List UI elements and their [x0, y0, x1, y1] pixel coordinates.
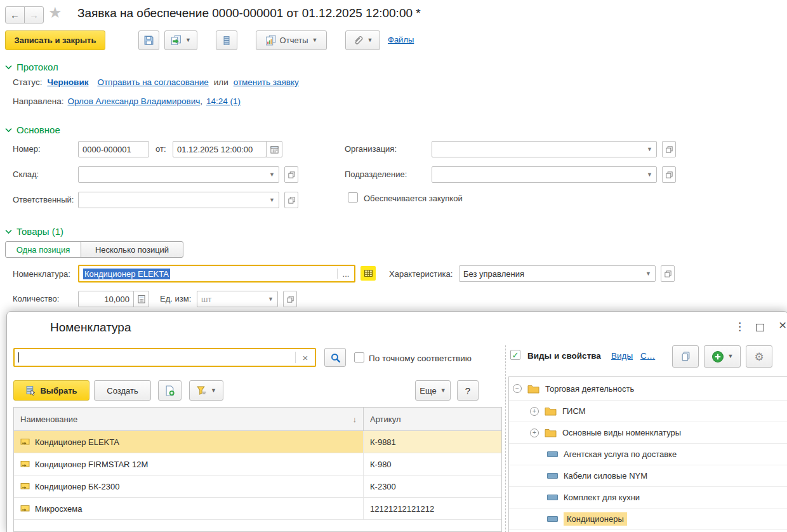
nomenclature-ellipsis-button[interactable]: ...: [338, 269, 354, 279]
more-button[interactable]: Еще ▼: [415, 380, 451, 401]
properties-link[interactable]: С…: [640, 351, 655, 361]
expand-node-icon[interactable]: +: [530, 407, 539, 416]
tree-row[interactable]: Агентская услуга по доставке: [509, 444, 787, 465]
unit-open-button[interactable]: [283, 291, 297, 307]
tree-row[interactable]: +Основные виды номенклатуры: [509, 422, 787, 444]
organization-field[interactable]: ▼: [432, 141, 657, 157]
open-form-icon: [664, 270, 672, 278]
nav-forward-button[interactable]: →: [24, 6, 44, 23]
reports-button[interactable]: Отчеты ▼: [256, 30, 327, 50]
section-main[interactable]: Основное: [5, 124, 60, 135]
dialog-menu-dots-icon[interactable]: ⋮: [734, 320, 745, 333]
open-form-icon: [665, 145, 673, 154]
table-row[interactable]: Кондиционер ELEKTAК-9881: [14, 431, 501, 453]
attachments-button[interactable]: ▼: [345, 30, 380, 50]
warehouse-open-button[interactable]: [284, 166, 298, 183]
tree-row[interactable]: Кондиционеры: [509, 509, 787, 530]
tree-label: Кабели силовые NYM: [564, 471, 647, 481]
show-in-list-button[interactable]: [360, 266, 376, 281]
dialog-maximize-button[interactable]: [756, 324, 764, 331]
save-button[interactable]: [138, 30, 159, 50]
division-field[interactable]: ▼: [432, 166, 657, 183]
tree-row[interactable]: Кабели силовые NYM: [509, 465, 787, 487]
types-checkbox[interactable]: ✓: [510, 350, 520, 360]
item-type-icon: [547, 473, 558, 479]
responsible-field[interactable]: ▼: [78, 192, 279, 208]
panel-splitter[interactable]: [505, 345, 506, 532]
column-header-sku[interactable]: Артикул: [363, 408, 501, 430]
favorite-star-icon[interactable]: ★: [48, 4, 62, 22]
chevron-down-icon[interactable]: ▼: [647, 146, 652, 152]
number-field[interactable]: 0000-000001: [78, 141, 149, 157]
dialog-close-button[interactable]: ×: [779, 317, 786, 333]
characteristic-open-button[interactable]: [661, 265, 675, 282]
create-group-button[interactable]: [158, 380, 182, 401]
warehouse-field[interactable]: ▼: [78, 166, 279, 183]
open-form-icon: [288, 171, 296, 179]
expand-node-icon[interactable]: +: [530, 429, 539, 437]
exact-match-checkbox[interactable]: [354, 352, 364, 362]
help-button[interactable]: ?: [457, 380, 479, 401]
chevron-collapse-icon: [5, 65, 12, 70]
item-name: Кондиционер FIRMSTAR 12M: [35, 460, 148, 469]
organization-open-button[interactable]: [662, 141, 676, 157]
item-name: Микросхема: [35, 504, 83, 514]
clear-search-button[interactable]: ×: [296, 352, 315, 363]
chevron-down-icon[interactable]: ▼: [269, 171, 275, 178]
calendar-icon: [270, 145, 279, 154]
section-goods[interactable]: Товары (1): [5, 226, 63, 237]
purchase-checkbox[interactable]: [348, 192, 358, 203]
section-protocol[interactable]: Протокол: [5, 62, 58, 72]
reports-label: Отчеты: [280, 36, 308, 45]
cancel-request-link[interactable]: отменить заявку: [234, 77, 299, 87]
item-type-icon: [547, 451, 558, 457]
status-value-link[interactable]: Черновик: [47, 77, 88, 87]
sent-time-link[interactable]: 14:24 (1): [206, 96, 241, 106]
create-based-on-button[interactable]: ▼: [164, 30, 197, 50]
division-open-button[interactable]: [662, 166, 676, 183]
nomenclature-item-icon: [20, 460, 30, 468]
select-button[interactable]: Выбрать: [13, 380, 89, 401]
chevron-down-icon[interactable]: ▼: [269, 197, 275, 203]
responsible-open-button[interactable]: [284, 192, 298, 208]
nomenclature-field[interactable]: Кондиционер ELEKTA ...: [78, 265, 355, 283]
structure-button[interactable]: [216, 30, 237, 50]
nav-back-button[interactable]: ←: [5, 6, 25, 23]
table-row[interactable]: Кондиционер БК-2300К-2300: [14, 475, 501, 498]
quantity-label: Количество:: [13, 294, 59, 303]
files-link[interactable]: Файлы: [388, 35, 414, 44]
characteristic-field[interactable]: Без управления ▼: [459, 265, 656, 282]
column-header-name[interactable]: Наименование ↓: [14, 408, 363, 430]
calculator-button[interactable]: [133, 291, 149, 307]
calendar-button[interactable]: [266, 141, 282, 157]
tab-single-position[interactable]: Одна позиция: [5, 241, 81, 258]
settings-button[interactable]: ⚙: [746, 345, 772, 368]
date-field[interactable]: 01.12.2025 12:00:00: [173, 141, 267, 157]
add-button[interactable]: ▼: [704, 345, 741, 368]
tree-row[interactable]: +ГИСМ: [509, 401, 787, 422]
nomenclature-table: Наименование ↓ Артикул Кондиционер ELEKT…: [13, 407, 502, 532]
tab-multiple-positions[interactable]: Несколько позиций: [81, 241, 183, 258]
open-form-icon: [286, 295, 294, 303]
sent-person-link[interactable]: Орлов Александр Владимирович: [68, 96, 201, 106]
copy-button[interactable]: [672, 345, 699, 368]
save-and-close-button[interactable]: Записать и закрыть: [5, 30, 105, 50]
plus-circle-icon: [711, 350, 724, 363]
search-button[interactable]: [324, 348, 346, 367]
table-row[interactable]: Кондиционер FIRMSTAR 12MК-980: [14, 453, 501, 475]
filter-button[interactable]: ▼: [189, 380, 223, 401]
chevron-down-icon[interactable]: ▼: [647, 171, 652, 178]
quantity-field[interactable]: 10,000: [78, 291, 134, 307]
tree-row[interactable]: −Торговая деятельность: [509, 377, 787, 401]
create-button[interactable]: Создать: [94, 380, 151, 401]
section-protocol-label: Протокол: [17, 62, 58, 72]
send-for-approval-link[interactable]: Отправить на согласование: [97, 77, 208, 87]
tree-row[interactable]: Комплект для кухни: [509, 487, 787, 509]
table-row[interactable]: Микросхема12121212121212: [14, 498, 501, 520]
search-input[interactable]: ×: [13, 348, 316, 367]
chevron-down-icon[interactable]: ▼: [645, 270, 651, 277]
collapse-node-icon[interactable]: −: [513, 384, 522, 393]
chevron-down-icon[interactable]: ▼: [268, 296, 274, 302]
unit-field[interactable]: шт ▼: [197, 291, 278, 307]
types-link[interactable]: Виды: [611, 351, 633, 361]
